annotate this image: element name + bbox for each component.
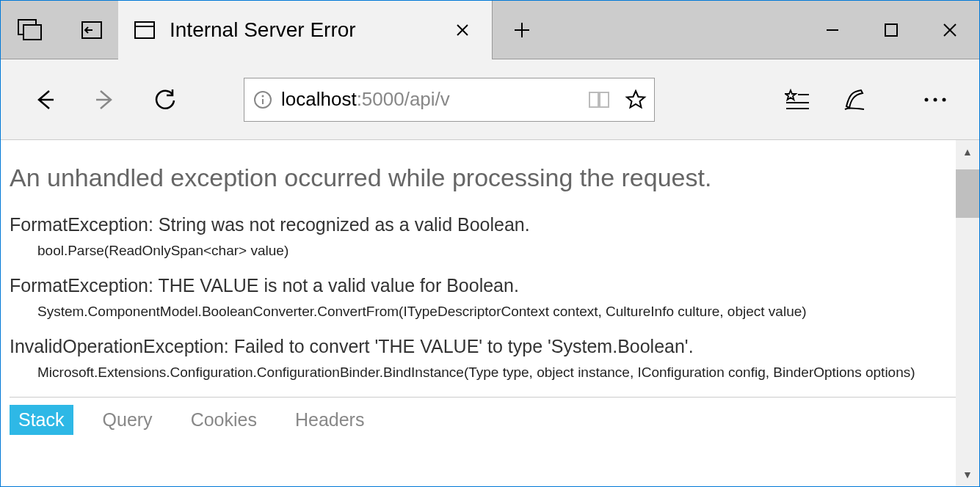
address-rest: :5000/api/v	[357, 88, 450, 110]
tab-title: Internal Server Error	[170, 18, 448, 42]
svg-point-16	[934, 98, 937, 101]
page-title: An unhandled exception occurred while pr…	[10, 164, 957, 192]
svg-point-15	[925, 98, 929, 101]
svg-rect-3	[135, 22, 154, 38]
exception-block: FormatException: THE VALUE is not a vali…	[10, 275, 957, 320]
page-content: An unhandled exception occurred while pr…	[1, 140, 979, 486]
tab-cookies[interactable]: Cookies	[182, 405, 266, 435]
exception-block: InvalidOperationException: Failed to con…	[10, 336, 957, 381]
exception-block: FormatException: String was not recogniz…	[10, 214, 957, 259]
refresh-button[interactable]	[139, 74, 191, 125]
window-controls	[803, 1, 979, 59]
new-tab-button[interactable]	[493, 1, 551, 59]
web-notes-icon[interactable]	[829, 87, 880, 112]
divider	[10, 397, 957, 398]
scroll-up-arrow[interactable]: ▲	[956, 140, 979, 164]
diagnostic-tabs: Stack Query Cookies Headers	[10, 405, 957, 435]
exception-trace: Microsoft.Extensions.Configuration.Confi…	[10, 365, 957, 381]
minimize-button[interactable]	[803, 1, 862, 59]
address-bar[interactable]: localhost:5000/api/v	[244, 78, 655, 122]
titlebar-left	[1, 1, 118, 59]
toolbar-right	[766, 87, 961, 112]
exception-heading: FormatException: THE VALUE is not a vali…	[10, 275, 957, 296]
favorites-list-icon[interactable]	[772, 89, 823, 111]
exception-trace: bool.Parse(ReadOnlySpan<char> value)	[10, 243, 957, 259]
titlebar-spacer	[551, 1, 803, 59]
close-window-button[interactable]	[921, 1, 979, 59]
back-button[interactable]	[19, 74, 70, 125]
address-text: localhost:5000/api/v	[281, 88, 581, 111]
tab-aside-button[interactable]	[1, 1, 59, 59]
scrollbar[interactable]: ▲ ▼	[956, 140, 979, 486]
forward-button[interactable]	[79, 74, 131, 125]
exception-heading: FormatException: String was not recogniz…	[10, 214, 957, 235]
scroll-down-arrow[interactable]: ▼	[956, 463, 979, 486]
tab-stack[interactable]: Stack	[10, 405, 73, 435]
more-menu-icon[interactable]	[910, 96, 961, 103]
svg-rect-10	[589, 92, 598, 107]
favorite-star-icon[interactable]	[617, 89, 654, 111]
maximize-button[interactable]	[862, 1, 921, 59]
svg-rect-6	[885, 24, 897, 36]
page-icon	[133, 18, 156, 42]
address-host: localhost	[281, 88, 357, 110]
tab-query[interactable]: Query	[94, 405, 161, 435]
svg-point-17	[943, 98, 946, 101]
exception-trace: System.ComponentModel.BooleanConverter.C…	[10, 304, 957, 320]
tab-headers[interactable]: Headers	[286, 405, 374, 435]
tab-close-button[interactable]	[448, 23, 477, 37]
toolbar: localhost:5000/api/v	[1, 59, 979, 140]
browser-tab[interactable]: Internal Server Error	[118, 1, 493, 59]
set-tabs-aside-button[interactable]	[59, 1, 118, 59]
svg-rect-1	[23, 25, 41, 40]
exception-heading: InvalidOperationException: Failed to con…	[10, 336, 957, 357]
titlebar: Internal Server Error	[1, 1, 979, 59]
scroll-thumb[interactable]	[956, 169, 979, 218]
svg-point-8	[262, 95, 264, 97]
svg-rect-11	[600, 92, 609, 107]
reading-view-icon[interactable]	[581, 90, 617, 109]
site-info-icon[interactable]	[244, 90, 281, 109]
